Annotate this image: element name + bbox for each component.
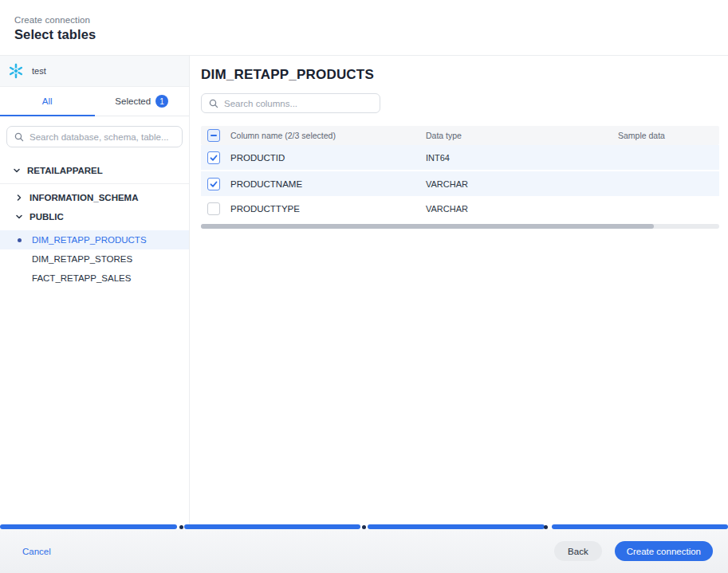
data-type-cell: VARCHAR [426, 204, 618, 214]
table-title: DIM_RETAPP_PRODUCTS [201, 67, 718, 83]
main-panel: DIM_RETAPP_PRODUCTS [190, 56, 728, 524]
snowflake-icon [8, 63, 24, 79]
footer-bar: Cancel Back Create connection [0, 529, 728, 573]
selected-count-badge: 1 [155, 95, 168, 108]
data-type-cell: INT64 [426, 153, 618, 163]
header-data-type: Data type [426, 131, 618, 140]
search-icon [209, 99, 218, 108]
cancel-link[interactable]: Cancel [22, 547, 51, 556]
tree-item-dim-retapp-stores[interactable]: DIM_RETAPP_STORES [0, 249, 189, 269]
tree-item-label: INFORMATION_SCHEMA [30, 193, 139, 202]
select-all-checkbox[interactable] [207, 129, 220, 142]
tree-tables-group: DIM_RETAPP_PRODUCTS DIM_RETAPP_STORES FA… [0, 230, 189, 288]
columns-search-input[interactable] [224, 99, 372, 108]
indeterminate-dash-icon [211, 135, 217, 136]
tree-item-fact-retapp-sales[interactable]: FACT_RETAPP_SALES [0, 269, 189, 288]
breadcrumb: Create connection [14, 15, 728, 25]
sidebar: test All Selected 1 [0, 56, 190, 524]
column-name-cell: PRODUCTID [230, 153, 426, 163]
columns-table: Column name (2/3 selected) Data type Sam… [201, 126, 719, 220]
selected-table-dot-icon [18, 238, 22, 242]
connection-row[interactable]: test [0, 56, 189, 87]
chevron-down-icon [15, 213, 23, 221]
scrollbar-thumb[interactable] [201, 224, 654, 229]
tree-item-information-schema[interactable]: INFORMATION_SCHEMA [0, 188, 189, 207]
columns-table-header: Column name (2/3 selected) Data type Sam… [201, 126, 719, 145]
chevron-right-icon [15, 194, 23, 202]
search-icon [14, 132, 24, 142]
header-column-name: Column name (2/3 selected) [230, 131, 426, 140]
stepper-dot-icon [544, 525, 548, 529]
connection-name: test [32, 66, 46, 76]
horizontal-scrollbar[interactable] [201, 224, 719, 229]
columns-search[interactable] [201, 93, 380, 113]
tab-selected[interactable]: Selected 1 [95, 87, 190, 116]
columns-table-body: PRODUCTID INT64 PRODUCTNAME VARCHAR [201, 145, 719, 220]
tree-item-database[interactable]: RETAILAPPAREL [0, 160, 189, 180]
schema-tree: RETAILAPPAREL INFORMATION_SCHEMA PUBLIC [0, 155, 189, 288]
row-checkbox[interactable] [207, 178, 220, 190]
tab-selected-label: Selected [115, 96, 151, 106]
tree-item-label: PUBLIC [30, 212, 64, 222]
tree-item-label: DIM_RETAPP_STORES [32, 254, 132, 264]
column-name-cell: PRODUCTNAME [230, 179, 426, 189]
column-name-cell: PRODUCTTYPE [230, 204, 426, 214]
tree-item-dim-retapp-products[interactable]: DIM_RETAPP_PRODUCTS [0, 230, 189, 249]
tree-item-label: FACT_RETAPP_SALES [32, 273, 131, 283]
back-button[interactable]: Back [554, 541, 602, 561]
row-checkbox[interactable] [207, 202, 220, 215]
create-connection-button[interactable]: Create connection [615, 541, 713, 561]
sidebar-search[interactable] [6, 126, 183, 147]
page-title: Select tables [14, 27, 728, 42]
page-header: Create connection Select tables [0, 0, 728, 56]
table-row: PRODUCTNAME VARCHAR [201, 171, 719, 198]
table-row: PRODUCTTYPE VARCHAR [201, 198, 719, 220]
chevron-down-icon [13, 167, 21, 175]
tab-all[interactable]: All [0, 87, 95, 116]
stepper-dot-icon [179, 525, 183, 529]
header-sample-data: Sample data [618, 131, 719, 140]
stepper-dot-icon [362, 525, 366, 529]
active-tab-underline [0, 115, 95, 116]
create-connection-page: Create connection Select tables test [0, 0, 728, 573]
tree-item-label: RETAILAPPAREL [27, 166, 103, 175]
sidebar-search-input[interactable] [30, 132, 175, 142]
body-row: test All Selected 1 [0, 56, 728, 524]
tree-item-label: DIM_RETAPP_PRODUCTS [32, 235, 147, 245]
table-row: PRODUCTID INT64 [201, 145, 719, 171]
row-checkbox[interactable] [207, 151, 220, 164]
sidebar-tabs: All Selected 1 [0, 87, 189, 116]
tree-item-public[interactable]: PUBLIC [0, 207, 189, 226]
data-type-cell: VARCHAR [426, 179, 618, 189]
tab-all-label: All [42, 96, 53, 106]
tree-divider [0, 183, 189, 184]
